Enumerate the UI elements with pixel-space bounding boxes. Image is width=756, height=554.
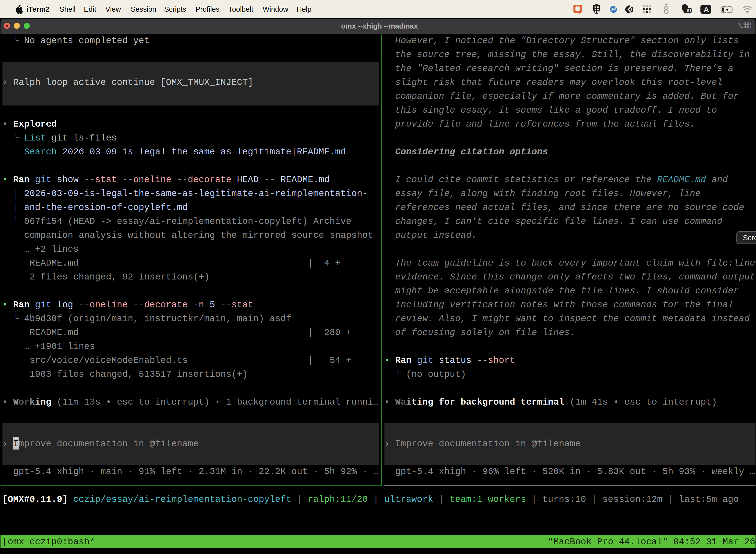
svg-text:..61: ..61 bbox=[684, 8, 692, 13]
svg-text:1: 1 bbox=[749, 22, 751, 29]
svg-text:A: A bbox=[704, 5, 709, 14]
